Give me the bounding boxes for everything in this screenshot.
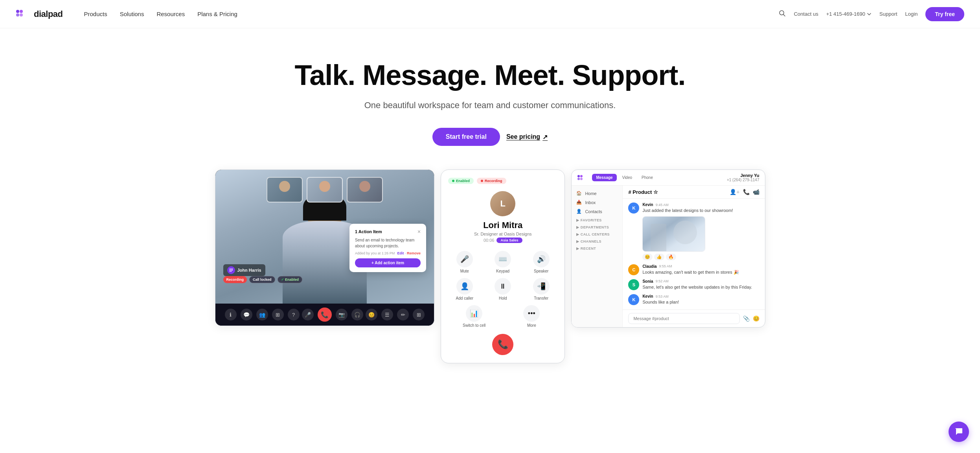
nav-products[interactable]: Products xyxy=(79,7,113,20)
navbar: dialpad Products Solutions Resources Pla… xyxy=(0,0,980,28)
avatar-kevin-2: K xyxy=(628,294,639,305)
video-icon[interactable]: 📹 xyxy=(753,189,759,195)
sidebar-item-home[interactable]: 🏠 Home xyxy=(572,189,622,198)
hold-button[interactable]: ⏸ Hold xyxy=(487,278,519,300)
sender-kevin: Kevin xyxy=(642,203,653,207)
start-trial-button[interactable]: Start free trial xyxy=(432,128,500,146)
add-member-icon[interactable]: 👤+ xyxy=(730,189,739,195)
tab-video[interactable]: Video xyxy=(618,174,636,181)
svg-rect-9 xyxy=(230,270,230,271)
nav-phone[interactable]: +1 415-469-1690 xyxy=(826,11,872,17)
see-pricing-button[interactable]: See pricing ↗ xyxy=(506,133,548,141)
sender-claudia: Claudia xyxy=(642,264,656,269)
nav-contact[interactable]: Contact us xyxy=(794,11,818,17)
sender-sonia: Sonia xyxy=(642,279,653,284)
headphone-icon[interactable]: 🎧 xyxy=(351,309,363,320)
tab-phone[interactable]: Phone xyxy=(638,174,657,181)
grid-icon[interactable]: ⊞ xyxy=(272,309,284,320)
sidebar-group-channels[interactable]: ▶ Channels xyxy=(576,239,618,243)
sidebar-group-favorites[interactable]: ▶ Favorites xyxy=(576,218,618,222)
sidebar-item-contacts[interactable]: 👤 Contacts xyxy=(572,207,622,216)
add-caller-button[interactable]: 👤 Add caller xyxy=(448,278,481,300)
messaging-card: Message Video Phone Jenny Yu +1 (264) 27… xyxy=(571,169,765,328)
camera-icon[interactable]: 📷 xyxy=(336,309,348,320)
transfer-button[interactable]: 📲 Transfer xyxy=(525,278,557,300)
nav-plans[interactable]: Plans & Pricing xyxy=(192,7,243,20)
reaction-3[interactable]: 🔥 xyxy=(666,254,676,260)
reaction-2[interactable]: 👍 xyxy=(654,254,664,260)
nav-resources[interactable]: Resources xyxy=(151,7,190,20)
chevron-down-icon xyxy=(867,12,872,17)
search-icon[interactable] xyxy=(779,10,786,18)
speaker-button[interactable]: 🔊 Speaker xyxy=(525,251,557,273)
question-icon[interactable]: ? xyxy=(288,309,300,320)
end-call-icon[interactable]: 📞 xyxy=(318,308,332,322)
recording-badge: Recording xyxy=(223,276,247,283)
nav-solutions[interactable]: Solutions xyxy=(114,7,150,20)
emoji-icon[interactable]: 😊 xyxy=(753,315,759,322)
more-button[interactable]: ••• More xyxy=(506,305,557,328)
svg-point-14 xyxy=(577,175,580,177)
action-edit-link[interactable]: Edit xyxy=(397,251,404,255)
end-call-button[interactable]: 📞 xyxy=(492,334,513,355)
sidebar-group-recent[interactable]: ▶ Recent xyxy=(576,247,618,250)
enabled-badge: ✓ Enabled xyxy=(278,276,303,283)
people-icon[interactable]: 👥 xyxy=(256,309,268,320)
add-action-item-button[interactable]: + Add action item xyxy=(355,258,421,267)
mute-button[interactable]: 🎤 Mute xyxy=(448,251,481,273)
tab-message[interactable]: Message xyxy=(592,174,616,181)
attachment-icon[interactable]: 📎 xyxy=(743,315,750,322)
nav-login[interactable]: Login xyxy=(905,11,918,17)
message-item: K Kevin 9:45 AM Just added the latest de… xyxy=(628,203,759,260)
sidebar-item-inbox[interactable]: 📥 Inbox xyxy=(572,198,622,207)
svg-rect-7 xyxy=(231,269,232,269)
emoji-icon[interactable]: 😊 xyxy=(366,309,377,320)
grid2-icon[interactable]: ⊞ xyxy=(413,309,425,320)
sidebar-group-call-centers[interactable]: ▶ Call Centers xyxy=(576,232,618,236)
phone-recording-badge: Recording xyxy=(477,178,506,184)
try-free-button[interactable]: Try free xyxy=(925,7,964,21)
action-item-popup: 1 Action Item × Send an email to technol… xyxy=(349,224,426,272)
action-remove-link[interactable]: Remove xyxy=(407,251,421,255)
phone-icon[interactable]: 📞 xyxy=(743,189,750,195)
message-item: K Kevin 9:53 AM Sounds like a plan! xyxy=(628,294,759,305)
switch-to-cell-button[interactable]: 📊 Switch to cell xyxy=(448,305,500,328)
name-badge-text: John Harris xyxy=(237,268,261,273)
nav-support[interactable]: Support xyxy=(879,11,897,17)
svg-line-5 xyxy=(783,14,785,16)
action-item-title: 1 Action Item xyxy=(355,229,382,234)
list-icon[interactable]: ☰ xyxy=(381,309,393,320)
svg-point-17 xyxy=(580,178,583,180)
svg-point-2 xyxy=(16,13,19,17)
message-input[interactable] xyxy=(628,313,739,324)
dialpad-logo-small xyxy=(577,174,588,181)
sender-kevin-2: Kevin xyxy=(642,294,653,298)
caller-name: Lori Mitra xyxy=(483,220,522,230)
chat-icon[interactable]: 💬 xyxy=(241,309,252,320)
svg-rect-10 xyxy=(231,270,232,271)
screenshots-section: John Harris Recording Call locked ✓ Enab… xyxy=(195,166,785,387)
reaction-1[interactable]: 😊 xyxy=(642,254,653,260)
keypad-button[interactable]: ⌨️ Keypad xyxy=(487,251,519,273)
logo-text: dialpad xyxy=(34,9,63,19)
call-controls-bar: ℹ 💬 👥 ⊞ ? 🎤 📞 📷 🎧 😊 ☰ ✏ ⊞ xyxy=(215,304,434,326)
thumbnail-3 xyxy=(347,177,383,203)
edit-icon[interactable]: ✏ xyxy=(397,309,409,320)
message-item: C Claudia 9:55 AM Looks amazing, can't w… xyxy=(628,264,759,275)
hero-title: Talk. Message. Meet. Support. xyxy=(16,60,964,91)
msg-time-2: 9:55 AM xyxy=(659,264,672,268)
svg-rect-13 xyxy=(231,271,232,272)
logo[interactable]: dialpad xyxy=(16,9,63,19)
info-icon[interactable]: ℹ xyxy=(225,309,237,320)
msg-text-4: Sounds like a plan! xyxy=(642,299,679,305)
phone-enabled-badge: Enabled xyxy=(448,178,474,184)
mic-icon[interactable]: 🎤 xyxy=(302,309,314,320)
sidebar-group-departments[interactable]: ▶ Departments xyxy=(576,225,618,229)
caller-tag: Asia Sales xyxy=(496,238,522,243)
msg-text-1: Just added the latest designs to our sho… xyxy=(642,208,733,214)
svg-point-0 xyxy=(16,10,19,13)
svg-rect-11 xyxy=(232,270,233,271)
action-item-body: Send an email to technology team about u… xyxy=(355,237,421,249)
msg-text-3: Same, let's also get the website updates… xyxy=(642,284,752,290)
svg-point-15 xyxy=(580,175,583,177)
